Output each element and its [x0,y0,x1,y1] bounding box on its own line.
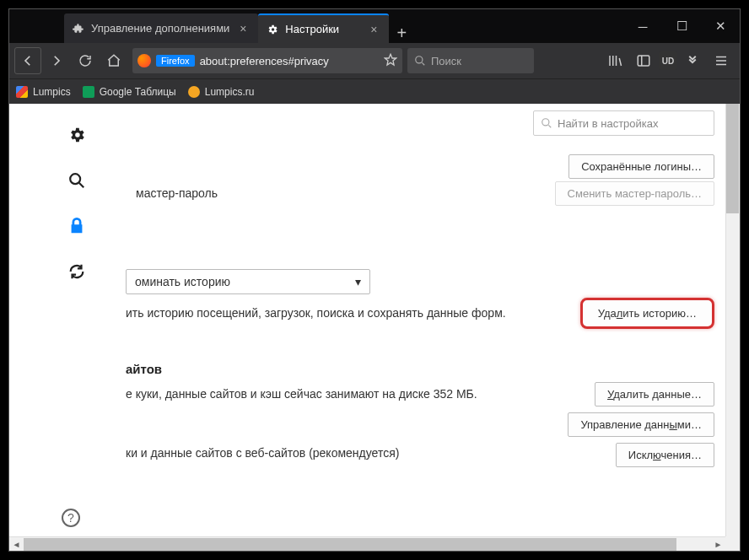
new-tab-button[interactable]: + [389,24,414,43]
minimize-button[interactable]: ─ [623,9,662,43]
master-password-label: мастер-пароль [136,186,218,200]
home-button[interactable] [100,47,127,74]
button-label: Управление данными… [580,418,702,431]
tab-settings[interactable]: Настройки × [258,13,389,43]
url-bar[interactable]: Firefox about:preferences#privacy [132,48,402,73]
horizontal-scroll-track[interactable] [24,538,711,551]
scroll-right-arrow[interactable]: ► [711,537,725,552]
sheets-icon [83,86,94,98]
menu-button[interactable] [708,47,735,74]
gear-icon [267,24,278,35]
bookmark-label: Lumpics.ru [205,86,255,98]
puzzle-icon [73,23,84,35]
search-placeholder: Поиск [431,55,461,67]
clear-history-button[interactable]: Удалить историю… [580,298,714,329]
forward-button[interactable] [43,47,70,74]
maximize-button[interactable]: ☐ [662,9,701,43]
vertical-scroll-thumb[interactable] [726,104,739,213]
bookmark-lumpics[interactable]: Lumpics [16,86,71,98]
search-bar[interactable]: Поиск [407,48,534,73]
manage-data-button[interactable]: Управление данными… [568,412,714,437]
reload-button[interactable] [72,47,99,74]
exceptions-button[interactable]: Исключения… [616,443,714,467]
category-sidebar [56,125,98,282]
firefox-icon [137,54,151,67]
identity-badge: Firefox [156,55,195,67]
sites-data-title: айтов [126,362,162,376]
horizontal-scroll-thumb[interactable] [24,538,676,551]
horizontal-scrollbar[interactable]: ◄ ► [9,536,725,551]
history-mode-dropdown[interactable]: оминать историю ▾ [126,269,370,294]
button-label: Сохранённые логины… [581,160,702,173]
search-icon [541,117,552,129]
button-label: Сменить мастер-пароль… [568,187,702,200]
general-category-icon[interactable] [67,125,87,145]
chevron-down-icon: ▾ [355,275,361,288]
history-description: ить историю посещений, загрузок, поиска … [126,306,506,320]
sync-category-icon[interactable] [67,261,87,282]
site-icon [188,86,200,98]
search-icon [414,55,426,67]
button-label: Исключения… [628,449,702,461]
clear-data-button[interactable]: Удалить данные… [595,382,714,407]
svg-point-3 [542,119,549,126]
url-text: about:preferences#privacy [200,55,329,67]
bookmark-star-icon[interactable] [384,53,397,69]
nav-toolbar: Firefox about:preferences#privacy Поиск … [9,43,740,78]
content-area: ? Найти в настройках Сохранённые логины…… [9,104,740,551]
settings-search-placeholder: Найти в настройках [558,117,659,130]
vertical-scrollbar[interactable] [725,104,740,536]
library-button[interactable] [601,47,628,74]
bookmark-label: Lumpics [33,86,71,98]
drive-icon [16,86,28,98]
button-label: Удалить историю… [598,307,697,320]
svg-point-2 [70,174,80,184]
svg-rect-1 [638,56,649,66]
sidebar-button[interactable] [630,47,657,74]
bookmark-sheets[interactable]: Google Таблицы [83,86,176,98]
svg-point-0 [416,57,423,63]
overflow-button[interactable] [679,47,706,74]
saved-logins-button[interactable]: Сохранённые логины… [568,154,714,179]
cookies-option-label: ки и данные сайтов с веб-сайтов (рекомен… [126,446,399,460]
browser-window: Управление дополнениями × Настройки × + … [8,8,741,552]
button-label: Удалить данные… [607,388,702,401]
search-category-icon[interactable] [67,170,87,191]
scroll-left-arrow[interactable]: ◄ [9,537,24,552]
change-master-password-button: Сменить мастер-пароль… [555,181,714,206]
help-button[interactable]: ? [62,509,80,527]
window-controls: ─ ☐ ✕ [623,9,740,43]
tab-strip: Управление дополнениями × Настройки × + [9,9,623,43]
back-button[interactable] [14,47,41,74]
scroll-corner [725,536,740,551]
extension-icon[interactable]: UD [659,51,677,70]
tab-label: Управление дополнениями [91,22,229,35]
sites-data-description: е куки, данные сайтов и кэш сейчас заним… [126,387,477,401]
privacy-category-icon[interactable] [67,216,87,236]
close-icon[interactable]: × [367,23,380,36]
tab-label: Настройки [285,23,339,35]
tab-addons[interactable]: Управление дополнениями × [64,13,258,43]
bookmark-label: Google Таблицы [100,86,176,98]
close-icon[interactable]: × [236,22,250,35]
titlebar: Управление дополнениями × Настройки × + … [9,9,740,43]
close-button[interactable]: ✕ [701,9,740,43]
settings-search-input[interactable]: Найти в настройках [533,110,714,136]
settings-page: Найти в настройках Сохранённые логины… м… [110,110,714,534]
bookmark-lumpicsru[interactable]: Lumpics.ru [188,86,255,98]
dropdown-value: оминать историю [135,275,230,288]
bookmarks-bar: Lumpics Google Таблицы Lumpics.ru [9,78,740,104]
